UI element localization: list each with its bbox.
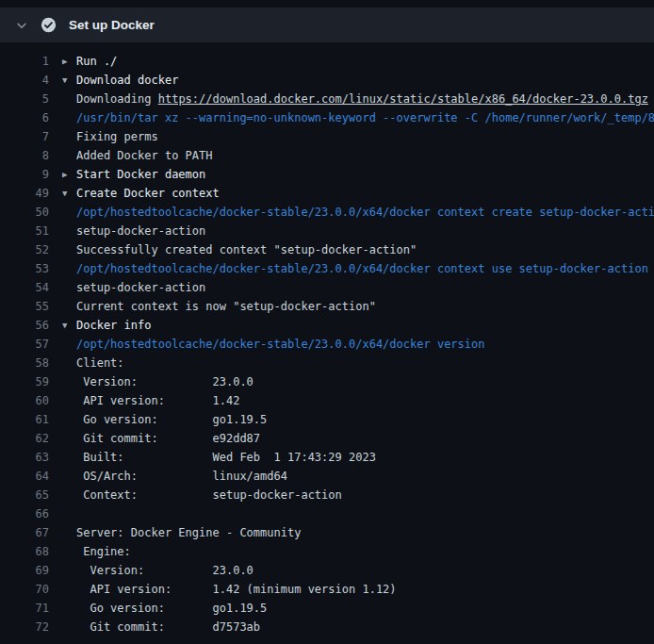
line-text: ▼Create Docker context	[62, 184, 220, 203]
log-text: Go version: go1.19.5	[76, 413, 267, 426]
log-line: 8Added Docker to PATH	[0, 146, 654, 165]
line-text: ▼Docker info	[62, 316, 151, 335]
line-text: Context: setup-docker-action	[76, 486, 342, 504]
group-title: Create Docker context	[76, 187, 220, 200]
log-group-line[interactable]: 49▼Create Docker context	[0, 184, 654, 203]
line-number[interactable]: 54	[0, 278, 49, 297]
line-number[interactable]: 51	[0, 222, 49, 240]
line-text: Version: 23.0.0	[76, 561, 253, 580]
line-text: ▶Run ./	[62, 52, 117, 71]
line-number[interactable]: 8	[0, 146, 49, 165]
group-expanded-arrow-icon[interactable]: ▼	[62, 184, 76, 203]
line-text: API version: 1.42 (minimum version 1.12)	[76, 580, 397, 599]
log-line: 68 Engine:	[0, 542, 654, 561]
log-text: setup-docker-action	[76, 224, 205, 238]
log-line: 6/usr/bin/tar xz --warning=no-unknown-ke…	[0, 108, 654, 127]
line-number[interactable]: 55	[0, 297, 49, 316]
step-title: Set up Docker	[69, 18, 155, 32]
log-line: 65 Context: setup-docker-action	[0, 486, 654, 504]
line-number[interactable]: 50	[0, 203, 49, 222]
line-number[interactable]: 63	[0, 448, 49, 467]
log-text: API version: 1.42	[76, 394, 239, 407]
log-text: Current context is now "setup-docker-act…	[76, 300, 376, 313]
log-line: 58Client:	[0, 354, 654, 372]
log-text: Git commit: e92dd87	[76, 432, 260, 445]
line-number[interactable]: 6	[0, 108, 49, 127]
line-number[interactable]: 7	[0, 127, 49, 146]
log-text: Client:	[76, 356, 124, 370]
log-line: 57/opt/hostedtoolcache/docker-stable/23.…	[0, 335, 654, 354]
line-number[interactable]: 59	[0, 372, 49, 391]
log-group-line[interactable]: 56▼Docker info	[0, 316, 654, 335]
log-text: Context: setup-docker-action	[76, 488, 342, 502]
command-text: /opt/hostedtoolcache/docker-stable/23.0.…	[76, 262, 648, 275]
log-line: 66	[0, 504, 654, 523]
log-line: 55Current context is now "setup-docker-a…	[0, 297, 654, 316]
log-text: Added Docker to PATH	[76, 149, 213, 162]
group-expanded-arrow-icon[interactable]: ▼	[62, 71, 76, 90]
line-number[interactable]: 61	[0, 410, 49, 429]
line-number[interactable]: 56	[0, 316, 49, 335]
log-text: OS/Arch: linux/amd64	[76, 470, 287, 483]
line-number[interactable]: 65	[0, 486, 49, 504]
log-line: 71 Go version: go1.19.5	[0, 599, 654, 618]
log-text: setup-docker-action	[76, 281, 205, 294]
log-line: 50/opt/hostedtoolcache/docker-stable/23.…	[0, 203, 654, 222]
log-line: 54setup-docker-action	[0, 278, 654, 297]
line-text: Downloading https://download.docker.com/…	[76, 90, 648, 108]
command-text: /usr/bin/tar xz --warning=no-unknown-key…	[76, 111, 654, 124]
command-text: /opt/hostedtoolcache/docker-stable/23.0.…	[76, 206, 654, 219]
log-line: 63 Built: Wed Feb 1 17:43:29 2023	[0, 448, 654, 467]
command-text: /opt/hostedtoolcache/docker-stable/23.0.…	[76, 338, 484, 351]
line-number[interactable]: 49	[0, 184, 49, 203]
line-text: API version: 1.42	[76, 391, 239, 410]
line-text: Server: Docker Engine - Community	[76, 523, 301, 542]
line-number[interactable]: 52	[0, 240, 49, 259]
log-text: Git commit: d7573ab	[76, 620, 260, 634]
line-text: ▼Download docker	[62, 71, 178, 90]
line-number[interactable]: 70	[0, 580, 49, 599]
line-number[interactable]: 53	[0, 259, 49, 278]
line-text: Go version: go1.19.5	[76, 410, 267, 429]
line-number[interactable]: 9	[0, 165, 49, 184]
line-text: /opt/hostedtoolcache/docker-stable/23.0.…	[76, 259, 648, 278]
log-line: 7Fixing perms	[0, 127, 654, 146]
step-header[interactable]: Set up Docker	[0, 8, 654, 42]
line-text: setup-docker-action	[76, 278, 205, 297]
log-group-line[interactable]: 1▶Run ./	[0, 52, 654, 71]
log-text: Server: Docker Engine - Community	[76, 526, 301, 539]
line-number[interactable]: 72	[0, 618, 49, 636]
line-number[interactable]: 60	[0, 391, 49, 410]
line-text: Git commit: e92dd87	[76, 429, 260, 448]
line-number[interactable]: 69	[0, 561, 49, 580]
line-number[interactable]: 64	[0, 467, 49, 486]
group-collapsed-arrow-icon[interactable]: ▶	[62, 52, 76, 71]
line-number[interactable]: 5	[0, 90, 49, 108]
log-group-line[interactable]: 9▶Start Docker daemon	[0, 165, 654, 184]
line-number[interactable]: 1	[0, 52, 49, 71]
line-number[interactable]: 57	[0, 335, 49, 354]
line-number[interactable]: 58	[0, 354, 49, 372]
group-collapsed-arrow-icon[interactable]: ▶	[62, 165, 76, 184]
group-expanded-arrow-icon[interactable]: ▼	[62, 316, 76, 335]
log-group-line[interactable]: 4▼Download docker	[0, 71, 654, 90]
log-link[interactable]: https://download.docker.com/linux/static…	[158, 92, 648, 106]
line-number[interactable]: 67	[0, 523, 49, 542]
line-text: Go version: go1.19.5	[76, 599, 267, 618]
log-line: 59 Version: 23.0.0	[0, 372, 654, 391]
line-text: /usr/bin/tar xz --warning=no-unknown-key…	[76, 108, 654, 127]
line-number[interactable]: 68	[0, 542, 49, 561]
line-number[interactable]: 71	[0, 599, 49, 618]
line-text: Built: Wed Feb 1 17:43:29 2023	[76, 448, 376, 467]
line-number[interactable]: 4	[0, 71, 49, 90]
log-line: 60 API version: 1.42	[0, 391, 654, 410]
log-text: Go version: go1.19.5	[76, 602, 267, 615]
line-text: Client:	[76, 354, 124, 372]
line-text: Version: 23.0.0	[76, 372, 253, 391]
line-number[interactable]: 66	[0, 504, 49, 523]
line-number[interactable]: 62	[0, 429, 49, 448]
log-line: 5Downloading https://download.docker.com…	[0, 90, 654, 108]
chevron-down-icon[interactable]	[15, 19, 28, 32]
check-circle-icon	[41, 17, 57, 33]
line-text: Fixing perms	[76, 127, 158, 146]
